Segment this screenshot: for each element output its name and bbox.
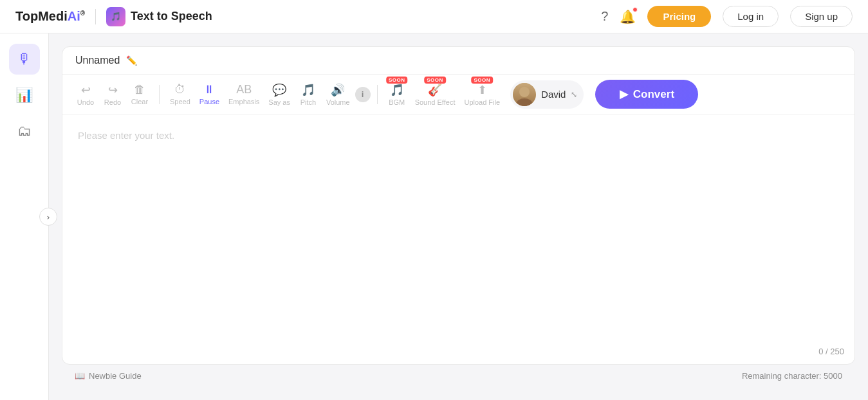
expand-voice-icon: ⤡ [571, 90, 577, 99]
say-as-icon: 💬 [272, 83, 286, 97]
say-as-button[interactable]: 💬 Say as [264, 80, 294, 109]
voice-selector[interactable]: David ⤡ [510, 80, 584, 109]
sidebar-item-chart[interactable]: 📊 [9, 80, 40, 111]
header: TopMediAi® 🎵 Text to Speech ? 🔔 Pricing … [0, 0, 868, 33]
avatar-image [513, 83, 536, 106]
toolbar: ↩ Undo ↪ Redo 🗑 Clear ⏱ [62, 75, 854, 114]
app-title-text: Text to Speech [131, 10, 212, 23]
bgm-button[interactable]: SOON 🎵 BGM [384, 80, 410, 109]
help-button[interactable]: ? [601, 9, 608, 24]
book-icon: 📖 [75, 371, 85, 381]
sidebar-collapse-button[interactable]: › [39, 208, 57, 226]
convert-button[interactable]: ▶ Convert [595, 80, 698, 109]
remaining-chars: Remaining character: 5000 [742, 371, 842, 381]
char-count: 0 / 250 [818, 347, 844, 356]
sound-effect-button[interactable]: SOON 🎸 Sound Effect [411, 80, 459, 109]
layout: 🎙 📊 🗂 › Unnamed ✏️ ↩ Undo [0, 33, 868, 400]
clear-button[interactable]: 🗑 Clear [127, 80, 152, 108]
sound-effect-icon: 🎸 [428, 83, 442, 97]
notification-dot [633, 7, 638, 12]
avatar-svg [513, 83, 536, 106]
redo-icon: ↪ [108, 83, 118, 97]
header-icons: ? 🔔 Pricing Log in Sign up [601, 6, 853, 27]
layers-icon: 🗂 [17, 123, 32, 140]
pause-icon: ⏸ [203, 83, 215, 96]
upload-file-button[interactable]: SOON ⬆ Upload File [460, 80, 504, 109]
logo-registered: ® [80, 10, 85, 17]
text-area[interactable]: Please enter your text. 0 / 250 [62, 114, 854, 364]
undo-button[interactable]: ↩ Undo [73, 80, 98, 109]
speed-icon: ⏱ [174, 83, 186, 96]
emphasis-button[interactable]: AB Emphasis [225, 80, 263, 108]
text-placeholder: Please enter your text. [78, 130, 174, 141]
format-tools: ⏱ Speed ⏸ Pause AB Emphasis 💬 Say as [166, 80, 354, 109]
header-app-title: 🎵 Text to Speech [106, 7, 212, 26]
newbie-guide-label: Newbie Guide [89, 371, 142, 381]
main-content: Unnamed ✏️ ↩ Undo ↪ Redo 🗑 Clear [49, 33, 868, 400]
doc-title: Unnamed [75, 55, 120, 66]
media-tools: SOON 🎵 BGM SOON 🎸 Sound Effect SOON ⬆ Up… [384, 80, 504, 109]
sound-soon-badge: SOON [424, 77, 446, 84]
upload-icon: ⬆ [477, 83, 487, 97]
sidebar-item-tts[interactable]: 🎙 [9, 44, 40, 75]
sidebar-item-layers[interactable]: 🗂 [9, 116, 40, 147]
redo-button[interactable]: ↪ Redo [100, 80, 125, 109]
newbie-guide[interactable]: 📖 Newbie Guide [75, 371, 142, 381]
info-icon: i [362, 89, 364, 99]
logo-text: TopMediAi® [15, 9, 85, 24]
chart-icon: 📊 [15, 87, 33, 104]
voice-name: David [541, 89, 566, 100]
pitch-button[interactable]: 🎵 Pitch [295, 80, 321, 109]
help-icon: ? [601, 9, 608, 23]
logo-ai: Ai [68, 9, 80, 23]
header-divider [95, 9, 96, 24]
logo-area: TopMediAi® [15, 9, 85, 24]
edit-title-icon[interactable]: ✏️ [126, 55, 137, 66]
toolbar-divider-1 [159, 85, 160, 104]
editor-card: Unnamed ✏️ ↩ Undo ↪ Redo 🗑 Clear [62, 46, 855, 365]
voice-avatar [513, 83, 536, 106]
app-icon-symbol: 🎵 [111, 12, 121, 21]
convert-label: Convert [633, 88, 674, 101]
clear-icon: 🗑 [134, 83, 145, 96]
volume-icon: 🔊 [331, 83, 345, 97]
volume-button[interactable]: 🔊 Volume [322, 80, 354, 109]
svg-point-1 [517, 98, 532, 106]
undo-icon: ↩ [81, 83, 91, 97]
pitch-icon: 🎵 [301, 83, 315, 97]
pricing-button[interactable]: Pricing [647, 6, 711, 27]
sidebar: 🎙 📊 🗂 › [0, 33, 49, 400]
card-header: Unnamed ✏️ [62, 47, 854, 75]
footer: 📖 Newbie Guide Remaining character: 5000 [62, 365, 855, 387]
info-button[interactable]: i [355, 87, 371, 102]
app-icon: 🎵 [106, 7, 125, 26]
chevron-right-icon: › [47, 212, 50, 222]
play-icon: ▶ [620, 87, 628, 101]
speed-button[interactable]: ⏱ Speed [166, 80, 194, 108]
emphasis-icon: AB [236, 83, 252, 96]
bgm-soon-badge: SOON [386, 77, 408, 84]
svg-point-0 [519, 87, 530, 97]
login-button[interactable]: Log in [723, 6, 779, 27]
upload-soon-badge: SOON [471, 77, 493, 84]
signup-button[interactable]: Sign up [790, 6, 853, 27]
tts-icon: 🎙 [17, 51, 32, 68]
bgm-icon: 🎵 [390, 83, 404, 97]
toolbar-divider-2 [377, 85, 378, 104]
history-tools: ↩ Undo ↪ Redo 🗑 Clear [73, 80, 152, 109]
pause-button[interactable]: ⏸ Pause [196, 80, 223, 108]
notifications-button[interactable]: 🔔 [620, 9, 636, 24]
